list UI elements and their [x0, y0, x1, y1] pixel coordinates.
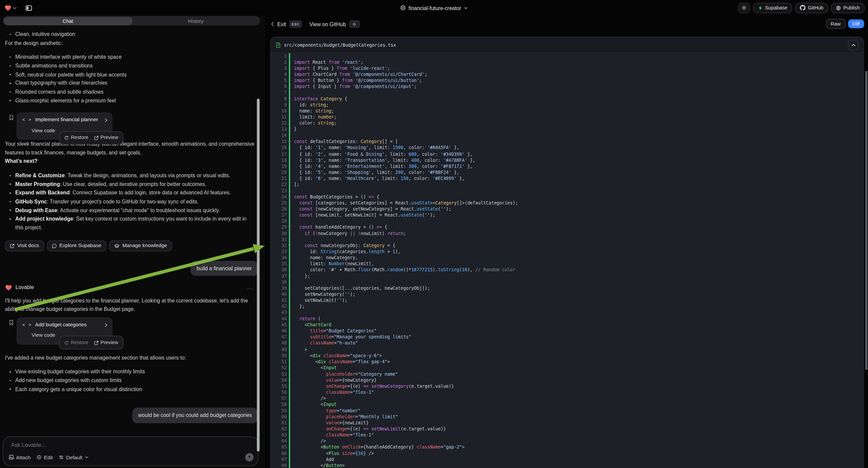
- line-number: 48: [271, 341, 289, 347]
- fold-chevron-icon[interactable]: ∨: [288, 96, 291, 102]
- line-number: 9: [271, 102, 289, 108]
- collapse-file-button[interactable]: [848, 39, 859, 50]
- raw-toggle-button[interactable]: Raw: [826, 19, 845, 29]
- list-item: Minimalist interface with plenty of whit…: [5, 53, 255, 61]
- list-item: Glass-morphic elements for a premium fee…: [5, 96, 255, 105]
- chat-history-tabs: Chat History: [3, 16, 260, 26]
- bookmark-icon[interactable]: [9, 115, 14, 121]
- file-header[interactable]: src/components/budget/BudgetCategories.t…: [271, 37, 864, 53]
- code-line: 4import ChartCard from '@/components/ui/…: [271, 71, 864, 78]
- fold-chevron-icon[interactable]: ∨: [288, 194, 291, 200]
- github-button[interactable]: GitHub: [795, 2, 829, 13]
- code-line: 54 value={newCategory}: [271, 377, 864, 383]
- code-line: 35 limit: Number(newLimit),: [271, 261, 864, 267]
- code-line: 59 type="number": [271, 408, 864, 414]
- message-menu-button[interactable]: ...: [247, 286, 254, 289]
- line-number: 3: [271, 65, 289, 71]
- version-card-button[interactable]: < > Add budget categories View code Rest…: [17, 317, 112, 345]
- code-line: 64 />: [271, 438, 864, 444]
- explore-supabase-button[interactable]: Explore Supabase: [47, 240, 106, 252]
- restore-button[interactable]: Restore: [64, 339, 88, 347]
- diff-file-card: src/components/budget/BudgetCategories.t…: [270, 37, 864, 468]
- version-card-button[interactable]: < > Implement financial planner View cod…: [17, 113, 112, 140]
- code-line: 27 const [newLimit, setNewLimit] = React…: [271, 212, 864, 218]
- assistant-header: Lovable ...: [5, 283, 255, 292]
- code-line: 15∨const defaultCategories: Category[] =…: [271, 139, 864, 145]
- line-number: 30: [271, 230, 289, 236]
- diff-toggle-button[interactable]: Diff: [848, 20, 864, 28]
- fold-chevron-icon[interactable]: ∨: [288, 243, 291, 249]
- line-number: 64: [271, 438, 289, 444]
- code-line: 19 { id: '4', name: 'Entertainment', lim…: [271, 163, 864, 169]
- code-line: 67 Add: [271, 457, 864, 463]
- line-number: 35: [271, 261, 289, 267]
- project-globe-icon: [400, 5, 406, 10]
- tab-history[interactable]: History: [132, 17, 259, 25]
- chat-scrollbar[interactable]: [257, 99, 260, 451]
- code-line: 6import { Input } from '@/components/ui/…: [271, 84, 864, 90]
- tab-chat[interactable]: Chat: [4, 17, 132, 25]
- line-number: 2: [271, 59, 289, 65]
- settings-button[interactable]: [738, 2, 750, 13]
- fold-chevron-icon[interactable]: ∨: [288, 224, 291, 230]
- line-number: 5: [271, 78, 289, 84]
- line-number: 68: [271, 463, 289, 468]
- line-number: 14: [271, 133, 289, 139]
- line-number: 49: [271, 347, 289, 352]
- line-number: 66: [271, 450, 289, 456]
- line-number: 52: [271, 365, 289, 371]
- code-line: 41 setNewLimit('');: [271, 297, 864, 303]
- attach-button[interactable]: Attach: [9, 455, 31, 460]
- code-line: 42 };: [271, 304, 864, 310]
- version-title: Implement financial planner: [35, 116, 101, 125]
- line-number: 65: [271, 444, 289, 450]
- code-line: 61 value={newLimit}: [271, 420, 864, 426]
- back-chevron-icon[interactable]: [271, 22, 274, 27]
- top-bar: financial-future-creator Supabase GitHub…: [0, 0, 868, 16]
- lovable-heart-icon: [5, 284, 12, 291]
- view-on-github-button[interactable]: View on GitHub: [309, 21, 346, 27]
- list-item: Add project knowledge: Set key context o…: [5, 214, 255, 232]
- globe-icon: [836, 5, 841, 10]
- list-item: GitHub Sync: Transfer your project's cod…: [5, 197, 255, 206]
- chat-input[interactable]: [10, 441, 245, 448]
- mode-selector[interactable]: Default: [59, 455, 89, 460]
- whats-next-heading: What's next?: [5, 157, 255, 166]
- code-line: 28: [271, 218, 864, 224]
- target-icon: [37, 455, 41, 460]
- line-number: 41: [271, 297, 289, 303]
- chevron-down-icon: [464, 6, 468, 9]
- line-number: 63: [271, 432, 289, 438]
- assistant-paragraph: Your sleek financial planner is now read…: [5, 140, 255, 157]
- publish-button[interactable]: Publish: [831, 2, 865, 13]
- fold-chevron-icon[interactable]: ∨: [288, 139, 291, 145]
- bookmark-icon[interactable]: [9, 320, 14, 326]
- code-line: 36 color: '#' + Math.floor(Math.random()…: [271, 267, 864, 273]
- image-icon: [9, 455, 14, 460]
- supabase-button[interactable]: Supabase: [753, 2, 793, 13]
- line-number: 28: [271, 218, 289, 224]
- code-line: 10 name: string;: [271, 108, 864, 114]
- send-button[interactable]: [245, 453, 254, 462]
- code-line: 29∨ const handleAddCategory = () => {: [271, 224, 864, 230]
- line-number: 50: [271, 352, 289, 358]
- list-item: Master Prompting: Use clear, detailed, a…: [5, 180, 255, 189]
- manage-knowledge-button[interactable]: Manage knowledge: [109, 240, 172, 252]
- edit-button[interactable]: Edit: [37, 455, 53, 460]
- line-number: 11: [271, 114, 289, 120]
- restore-button[interactable]: Restore: [64, 134, 88, 142]
- code-toolbar: Exit esc View on GitHub G Raw Diff: [265, 16, 868, 32]
- preview-button[interactable]: Preview: [94, 134, 118, 142]
- preview-button[interactable]: Preview: [94, 339, 118, 347]
- exit-button[interactable]: Exit: [277, 21, 286, 27]
- code-line: 48 className="h-auto": [271, 341, 864, 347]
- code-line: 66 <Plus size={16} />: [271, 450, 864, 456]
- user-message-row: build a financial planner: [5, 261, 258, 276]
- visit-docs-button[interactable]: Visit docs: [5, 240, 44, 252]
- line-number: 56: [271, 389, 289, 395]
- code-scrollbar[interactable]: [865, 71, 867, 370]
- code-line: 1: [271, 53, 864, 59]
- list-item: Soft, neutral color palette with light b…: [5, 70, 255, 79]
- line-number: 44: [271, 316, 289, 322]
- chevron-down-icon: [85, 456, 89, 459]
